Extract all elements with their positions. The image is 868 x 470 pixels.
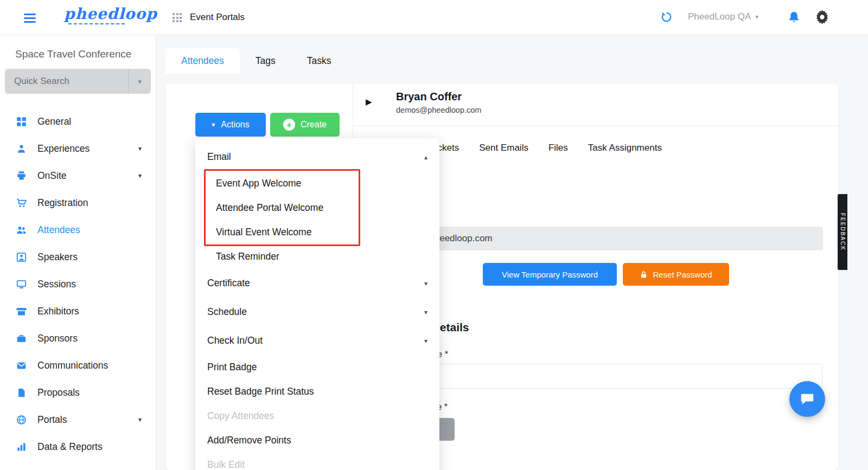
reports-icon: [16, 442, 28, 452]
chevron-up-icon: ▴: [424, 151, 427, 163]
actions-menu-items: Email▴Event App WelcomeAttendee Portal W…: [195, 143, 439, 470]
menu-item-task-reminder[interactable]: Task Reminder: [195, 244, 439, 269]
menu-item-label: Schedule: [207, 306, 247, 317]
sidebar-item-label: Attendees: [37, 224, 80, 236]
account-switcher[interactable]: PheedLoop QA ▾: [688, 11, 758, 22]
sidebar-item-communications[interactable]: Communications: [0, 352, 156, 379]
attendee-tab-files[interactable]: Files: [548, 143, 568, 153]
lock-icon: [640, 271, 648, 279]
chevron-down-icon: ▾: [424, 306, 427, 318]
sidebar-item-portals[interactable]: Portals▾: [0, 406, 156, 433]
sidebar-item-onsite[interactable]: OnSite▾: [0, 162, 156, 189]
chevron-down-icon: ▾: [424, 335, 427, 346]
view-temporary-password-button[interactable]: View Temporary Password: [483, 263, 617, 286]
page-title: Event Portals: [190, 12, 245, 23]
sidebar-item-label: OnSite: [37, 170, 67, 182]
sidebar: Space Travel Conference Quick Search ▾ G…: [0, 35, 156, 470]
settings-gear-icon[interactable]: [815, 10, 829, 27]
menu-item-virtual-event-welcome[interactable]: Virtual Event Welcome: [195, 220, 439, 244]
sidebar-item-registration[interactable]: Registration: [0, 189, 156, 216]
tab-tags[interactable]: Tags: [240, 48, 291, 74]
chevron-down-icon[interactable]: ▾: [128, 69, 151, 94]
sidebar-item-exhibitors[interactable]: Exhibitors: [0, 298, 156, 325]
menu-item-certificate[interactable]: Certificate▾: [195, 269, 439, 298]
portals-icon: [16, 415, 28, 425]
create-button[interactable]: + Create: [270, 113, 340, 137]
chevron-down-icon: ▾: [138, 416, 142, 423]
account-label: PheedLoop QA: [688, 11, 751, 22]
sidebar-item-sponsors[interactable]: Sponsors: [0, 325, 156, 352]
menu-item-label: Copy Attendees: [207, 410, 275, 421]
sidebar-item-label: Communications: [37, 360, 108, 371]
login-email-field[interactable]: demos@pheedloop.com: [377, 227, 823, 250]
actions-button[interactable]: ▾ Actions: [195, 113, 266, 137]
menu-item-reset-badge-print-status[interactable]: Reset Badge Print Status: [195, 379, 439, 404]
chat-bubble-icon: [799, 391, 815, 407]
sidebar-item-general[interactable]: General: [0, 108, 156, 135]
notifications-bell-icon[interactable]: [788, 11, 800, 25]
attendee-tab-strip: TicketsSent EmailsFilesTask Assignments: [430, 143, 662, 153]
menu-item-label: Add/Remove Points: [207, 435, 291, 446]
topbar: pheedloop Event Portals PheedLoop QA ▾: [0, 0, 868, 35]
sidebar-item-attendees[interactable]: Attendees: [0, 216, 156, 243]
sidebar-item-label: Portals: [37, 414, 67, 426]
attendee-tab-task-assignments[interactable]: Task Assignments: [588, 143, 662, 153]
menu-item-email[interactable]: Email▴: [195, 143, 439, 171]
menu-item-check-in-out[interactable]: Check In/Out▾: [195, 326, 439, 355]
attendee-tab-sent-emails[interactable]: Sent Emails: [479, 143, 528, 153]
attendees-icon: [16, 225, 28, 235]
plus-icon: +: [283, 119, 295, 131]
first-name-input[interactable]: [377, 364, 822, 389]
feedback-tab[interactable]: FEEDBACK: [838, 194, 847, 270]
sidebar-item-label: Sponsors: [37, 333, 78, 344]
sessions-icon: [16, 279, 28, 289]
pheedloop-logo[interactable]: pheedloop: [64, 6, 157, 24]
sidebar-item-label: Proposals: [37, 387, 80, 398]
sidebar-item-data-reports[interactable]: Data & Reports: [0, 433, 156, 460]
refresh-icon[interactable]: [661, 11, 672, 25]
communications-icon: [16, 360, 28, 371]
onsite-icon: [16, 171, 28, 181]
chevron-down-icon: ▾: [138, 172, 142, 179]
sidebar-item-label: Registration: [37, 197, 88, 209]
attendee-header-divider: [353, 126, 838, 126]
create-button-label: Create: [301, 120, 327, 130]
reset-password-label: Reset Password: [653, 270, 712, 279]
logo-swoosh: [68, 23, 125, 24]
menu-item-label: Virtual Event Welcome: [216, 227, 311, 237]
chevron-down-icon: ▾: [212, 121, 215, 128]
menu-item-label: Reset Badge Print Status: [207, 386, 314, 397]
tab-tasks[interactable]: Tasks: [291, 48, 347, 74]
hamburger-menu-icon[interactable]: [24, 14, 36, 25]
quick-search-input[interactable]: Quick Search ▾: [5, 69, 151, 94]
menu-item-attendee-portal-welcome[interactable]: Attendee Portal Welcome: [195, 196, 439, 220]
menu-item-label: Task Reminder: [216, 251, 279, 262]
menu-item-event-app-welcome[interactable]: Event App Welcome: [195, 171, 439, 196]
general-icon: [16, 117, 28, 127]
quick-search-placeholder: Quick Search: [5, 76, 128, 87]
sidebar-nav: GeneralExperiences▾OnSite▾RegistrationAt…: [0, 108, 156, 460]
chat-launcher-button[interactable]: [789, 381, 825, 417]
menu-item-label: Attendee Portal Welcome: [216, 202, 323, 213]
menu-item-copy-attendees: Copy Attendees: [195, 404, 439, 428]
tab-attendees[interactable]: Attendees: [165, 48, 240, 74]
reset-password-button[interactable]: Reset Password: [623, 263, 729, 286]
registration-icon: [16, 198, 28, 208]
sidebar-item-sessions[interactable]: Sessions: [0, 271, 156, 298]
main-tab-strip: AttendeesTagsTasks: [165, 48, 347, 74]
actions-button-label: Actions: [221, 120, 249, 130]
menu-item-schedule[interactable]: Schedule▾: [195, 298, 439, 326]
sidebar-item-label: Speakers: [37, 252, 78, 263]
experiences-icon: [16, 144, 28, 154]
sidebar-item-proposals[interactable]: Proposals: [0, 379, 156, 406]
menu-item-print-badge[interactable]: Print Badge: [195, 355, 439, 379]
app-root: pheedloop Event Portals PheedLoop QA ▾ S…: [0, 0, 868, 470]
sidebar-item-experiences[interactable]: Experiences▾: [0, 135, 156, 162]
sidebar-item-label: Exhibitors: [37, 306, 79, 317]
menu-item-add-remove-points[interactable]: Add/Remove Points: [195, 428, 439, 453]
sidebar-item-speakers[interactable]: Speakers: [0, 243, 156, 271]
sidebar-item-label: Experiences: [37, 143, 90, 154]
menu-item-label: Event App Welcome: [216, 178, 301, 189]
expand-attendee-arrow[interactable]: ▶: [366, 97, 372, 107]
menu-item-label: Email: [207, 151, 231, 162]
